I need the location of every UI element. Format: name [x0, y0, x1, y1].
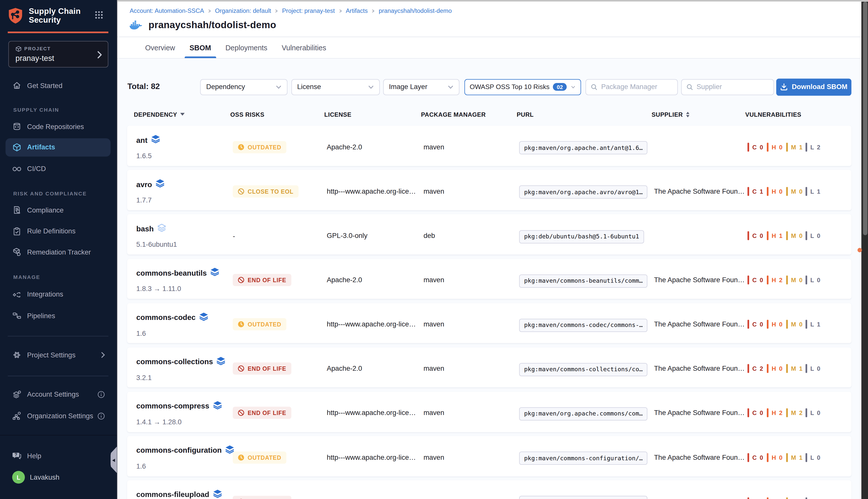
purl-pill[interactable]: pkg:maven/org.apache.ant/ant@1.6… — [519, 141, 647, 155]
logo-row: Supply ChainSecurity — [8, 7, 109, 28]
sidebar-item-pipelines[interactable]: Pipelines — [0, 308, 117, 323]
tab-bar: Overview SBOM Deployments Vulnerabilitie… — [117, 37, 868, 59]
purl-pill[interactable]: pkg:maven/org.apache.avro/avro@1… — [519, 186, 647, 199]
tab-deployments[interactable]: Deployments — [221, 37, 273, 58]
sidebar-footer: ? Help L Lavakush — [0, 435, 116, 499]
sidebar-item-integrations[interactable]: Integrations — [0, 287, 117, 302]
org-gear-icon — [12, 411, 21, 421]
breadcrumb: Account: Automation-SSCA> Organization: … — [130, 7, 452, 14]
table-row[interactable]: commons-collections 3.2.1 END OF LIFE Ap… — [127, 347, 852, 388]
vulnerabilities: C 0H 1M 0L 0 — [747, 231, 852, 240]
dependency-version: 1.7.7 — [136, 197, 233, 205]
clock-icon — [238, 144, 244, 150]
sidebar-item-ci-cd[interactable]: CI/CD — [0, 161, 117, 176]
sidebar-item-remediation-tracker[interactable]: Remediation Tracker — [0, 244, 117, 259]
table-row[interactable]: bash 5.1-6ubuntu1 - GPL-3.0-only deb pkg… — [127, 214, 852, 255]
breadcrumb-current[interactable]: pranaycshah/todolist-demo — [379, 7, 452, 14]
table-row[interactable]: commons-beanutils 1.8.3 → 1.11.0 END OF … — [127, 259, 852, 299]
image-layer-filter-dropdown[interactable]: Image Layer — [383, 79, 460, 95]
vulnerabilities: C 2H 0M 1L 0 — [747, 364, 852, 373]
sidebar-item-help[interactable]: ? Help — [0, 448, 117, 463]
dependency-name: commons-fileupload — [136, 490, 209, 499]
sidebar-item-code-repositories[interactable]: Code Repositories — [0, 119, 117, 134]
table-row[interactable]: commons-configuration 1.6 OUTDATED http-… — [127, 436, 852, 476]
vuln-m: M 1 — [786, 497, 806, 499]
owasp-risks-filter-dropdown[interactable]: OWASP OSS Top 10 Risks02 — [464, 79, 581, 95]
vuln-h: H 1 — [767, 231, 786, 240]
vulnerabilities: C 0H 2M 0L 0 — [747, 276, 852, 284]
dependency-name: avro — [136, 180, 152, 188]
vuln-l: L 1 — [806, 187, 825, 196]
license: http---www.apache.org-lice… — [327, 498, 424, 499]
clipboard-check-icon — [12, 227, 21, 236]
purl-pill[interactable]: pkg:maven/commons-codec/commons-… — [519, 319, 647, 332]
layers-icon — [158, 223, 166, 234]
dependency-version: 1.6 — [136, 463, 233, 470]
sidebar-item-compliance[interactable]: Compliance — [0, 203, 117, 217]
sidebar-item-account-settings[interactable]: Account Settings — [0, 387, 117, 402]
breadcrumb-account[interactable]: Account: Automation-SSCA — [130, 7, 204, 14]
license: http---www.apache.org-lice… — [327, 409, 424, 417]
sidebar-item-project-settings[interactable]: Project Settings — [0, 348, 117, 363]
table-row[interactable]: commons-compress 1.4.1 → 1.28.0 END OF L… — [127, 392, 852, 432]
sort-desc-icon — [180, 113, 185, 116]
package-manager-search-input[interactable] — [601, 83, 672, 91]
app-grid-icon[interactable] — [94, 11, 103, 22]
sidebar-item-label: Organization Settings — [27, 412, 93, 420]
layers-icon — [217, 356, 225, 367]
breadcrumb-org[interactable]: Organization: default — [215, 7, 271, 14]
breadcrumb-artifacts[interactable]: Artifacts — [346, 7, 368, 14]
project-label: PROJECT — [24, 46, 51, 51]
table-row[interactable]: commons-codec 1.6 OUTDATED http---www.ap… — [127, 303, 852, 343]
license-filter-dropdown[interactable]: License — [291, 79, 379, 95]
vuln-c: C 1 — [747, 187, 767, 196]
dependency-filter-dropdown[interactable]: Dependency — [200, 79, 288, 95]
breadcrumb-project[interactable]: Project: pranay-test — [282, 7, 335, 14]
vulnerabilities: C 1H 0M 0L 1 — [747, 187, 852, 196]
sidebar-item-artifacts[interactable]: Artifacts — [0, 140, 117, 155]
layers-icon — [200, 312, 208, 323]
user-menu[interactable]: L Lavakush — [0, 470, 117, 485]
purl-pill[interactable]: pkg:maven/commons-beanutils/comm… — [519, 275, 647, 288]
supplier-search-input[interactable] — [696, 83, 768, 91]
vuln-h: H 2 — [767, 497, 786, 499]
table-row[interactable]: ant 1.6.5 OUTDATED Apache-2.0 maven pkg:… — [127, 126, 852, 166]
col-license: LICENSE — [324, 111, 421, 118]
supplier: The Apache Software Foun… — [654, 498, 748, 499]
download-sbom-button[interactable]: Download SBOM — [776, 78, 852, 95]
package-manager: maven — [424, 498, 519, 499]
sidebar-item-organization-settings[interactable]: Organization Settings — [0, 409, 117, 423]
info-icon — [97, 412, 105, 420]
vuln-m: M 0 — [786, 231, 806, 240]
vulnerabilities: C 0H 0M 0L 1 — [747, 320, 852, 329]
sidebar-item-rule-definitions[interactable]: Rule Definitions — [0, 224, 117, 239]
purl-pill[interactable]: pkg:maven/org.apache.commons/com… — [519, 407, 647, 421]
breadcrumb-sep: > — [208, 8, 211, 14]
svg-text:?: ? — [15, 452, 17, 457]
col-dependency[interactable]: DEPENDENCY — [134, 111, 230, 118]
layers-icon — [151, 135, 160, 146]
breadcrumb-sep: > — [372, 8, 375, 14]
purl-pill[interactable]: pkg:deb/ubuntu/bash@5.1-6ubuntu1 — [519, 230, 644, 243]
scrollbar[interactable] — [861, 0, 868, 499]
download-icon — [780, 83, 788, 91]
table-row[interactable]: avro 1.7.7 CLOSE TO EOL http---www.apach… — [127, 170, 852, 210]
col-supplier[interactable]: SUPPLIER — [652, 111, 745, 118]
vulnerabilities: C 0H 2M 1L 0 — [747, 497, 852, 499]
sidebar-item-get-started[interactable]: Get Started — [0, 78, 117, 93]
project-selector[interactable]: PROJECT pranay-test — [8, 41, 108, 68]
table-row[interactable]: commons-fileupload 1.3.3 END OF LIFE htt… — [127, 480, 852, 499]
tab-sbom[interactable]: SBOM — [185, 37, 216, 58]
package-manager: maven — [424, 143, 519, 151]
tab-vulnerabilities[interactable]: Vulnerabilities — [277, 37, 331, 58]
purl-pill[interactable]: pkg:maven/commons-configuration/… — [519, 451, 647, 465]
project-name: pranay-test — [16, 53, 54, 62]
purl-pill[interactable]: pkg:maven/commons-collections/co… — [519, 363, 647, 376]
app: Supply ChainSecurity PROJECT pranay-test… — [0, 0, 868, 499]
avatar: L — [12, 471, 25, 484]
sidebar-item-label: Remediation Tracker — [27, 248, 91, 256]
tab-overview[interactable]: Overview — [140, 37, 180, 58]
purl-pill[interactable]: pkg:maven/commons-fileupload/com… — [519, 496, 647, 499]
scrollbar-thumb[interactable] — [863, 1, 868, 235]
license: Apache-2.0 — [327, 276, 424, 284]
